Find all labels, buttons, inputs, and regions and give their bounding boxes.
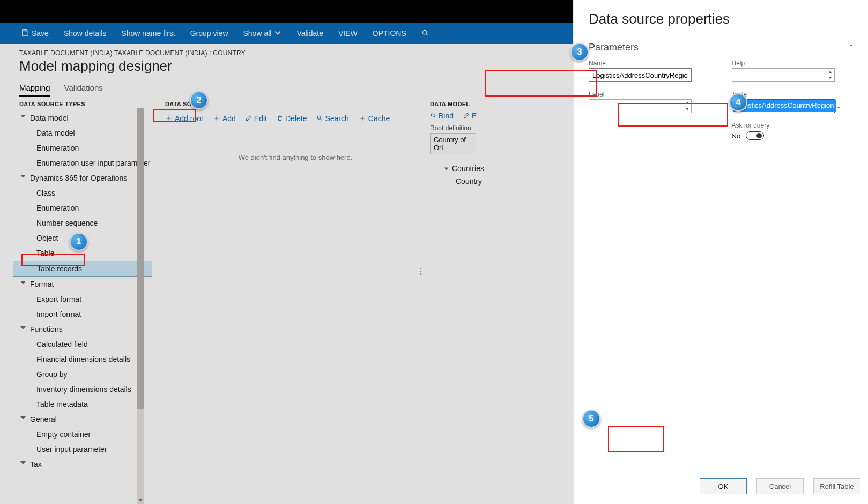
save-label: Save (32, 29, 49, 38)
annotation-callout-5: 5 (582, 410, 600, 428)
options-menu[interactable]: OPTIONS (373, 29, 406, 38)
annotation-callout-3: 3 (570, 43, 589, 61)
search-icon (316, 114, 323, 123)
root-definition-select[interactable]: Country of Ori (430, 133, 476, 154)
spinner-down-icon[interactable]: ▼ (684, 106, 691, 113)
validate-button[interactable]: Validate (296, 29, 323, 38)
table-value: LogisticsAddressCountryRegion (733, 100, 836, 112)
types-item[interactable]: Table metadata (13, 397, 152, 412)
types-item[interactable]: Enumeration (13, 140, 152, 155)
annotation-callout-2: 2 (190, 91, 208, 109)
splitter-handle[interactable]: ⋮ (416, 269, 425, 273)
show-all-button[interactable]: Show all (243, 29, 282, 38)
name-label: Name (589, 60, 710, 67)
sources-empty-message: We didn't find anything to show here. (165, 127, 426, 161)
spinner-down-icon[interactable]: ▼ (827, 75, 834, 81)
label-input[interactable]: ▲▼ (589, 99, 692, 113)
plus-icon: ＋ (165, 114, 173, 123)
add-button[interactable]: ＋ Add (213, 114, 236, 123)
chevron-up-icon[interactable]: ˄ (849, 43, 853, 52)
types-item[interactable]: Data model (13, 125, 152, 140)
spinner-up-icon[interactable]: ▲ (827, 69, 834, 75)
model-edit-button[interactable]: E (463, 112, 477, 120)
types-group[interactable]: Functions (13, 322, 152, 337)
column-data-sources: DATA SOURC ＋ Add root ＋ Add Edit Delete … (152, 98, 426, 504)
types-group[interactable]: Format (13, 277, 152, 292)
types-group[interactable]: Dynamics 365 for Operations (13, 171, 152, 186)
types-item[interactable]: Group by (13, 367, 152, 382)
types-item[interactable]: Number sequence (13, 216, 152, 231)
cancel-button[interactable]: Cancel (756, 478, 804, 494)
spinner-up-icon[interactable]: ▲ (684, 100, 691, 106)
trash-icon (277, 114, 283, 123)
caret-down-icon (20, 115, 26, 120)
link-icon (430, 112, 436, 120)
edit-button[interactable]: Edit (246, 114, 267, 123)
column-data-source-types: DATA SOURCE TYPES Data modelData modelEn… (13, 98, 152, 504)
parameters-section-header[interactable]: Parameters ˄ (589, 35, 853, 56)
parameters-label: Parameters (589, 42, 639, 53)
ask-for-query-wrap: Ask for query No (732, 122, 854, 140)
scroll-thumb[interactable] (137, 108, 144, 409)
show-details-button[interactable]: Show details (64, 29, 106, 38)
caret-down-icon (20, 461, 26, 466)
tab-validations[interactable]: Validations (64, 83, 103, 97)
types-item[interactable]: Financial dimensions details (13, 352, 152, 367)
annotation-callout-1: 1 (70, 233, 88, 251)
pencil-icon (463, 112, 470, 120)
types-item[interactable]: Table records (13, 261, 152, 277)
types-scrollbar[interactable]: ▲ ▼ (137, 108, 144, 504)
types-item[interactable]: Enumeration user input parameter (13, 155, 152, 171)
types-group[interactable]: Data model (13, 110, 152, 125)
search-icon (421, 29, 429, 38)
panel-title: Data source properties (589, 11, 853, 35)
panel-footer: OK Cancel Refill Table (700, 478, 860, 494)
types-item[interactable]: Export format (13, 292, 152, 307)
delete-button[interactable]: Delete (277, 114, 307, 123)
cache-button[interactable]: ＋ Cache (359, 114, 390, 123)
types-title: DATA SOURCE TYPES (13, 98, 152, 110)
table-label: Table (732, 91, 854, 98)
name-field-wrap: Name (589, 60, 710, 82)
types-group[interactable]: General (13, 412, 152, 427)
table-field-wrap: Table LogisticsAddressCountryRegion ⌄ (732, 91, 854, 113)
label-label: Label (589, 91, 710, 98)
types-item[interactable]: Calculated field (13, 337, 152, 352)
ds-search-button[interactable]: Search (316, 114, 348, 123)
view-menu[interactable]: VIEW (338, 29, 358, 38)
scroll-down-icon[interactable]: ▼ (137, 496, 144, 504)
svg-point-2 (318, 116, 321, 119)
types-group[interactable]: Tax (13, 457, 152, 472)
types-item[interactable]: User input parameter (13, 442, 152, 457)
refill-table-button[interactable]: Refill Table (813, 478, 860, 494)
caret-down-icon (20, 281, 26, 286)
pencil-icon (246, 114, 252, 123)
save-button[interactable]: Save (21, 29, 49, 38)
search-button[interactable] (421, 29, 429, 38)
name-input[interactable] (589, 68, 692, 82)
tab-mapping[interactable]: Mapping (19, 83, 50, 97)
ok-button[interactable]: OK (700, 478, 747, 494)
types-tree: Data modelData modelEnumerationEnumerati… (13, 110, 152, 472)
chevron-down-icon (274, 29, 281, 38)
help-field-wrap: Help ▲▼ (732, 60, 854, 82)
plus-icon: ＋ (359, 114, 366, 123)
show-name-first-button[interactable]: Show name first (121, 29, 175, 38)
bind-button[interactable]: Bind (430, 112, 454, 120)
types-item[interactable]: Enumeration (13, 201, 152, 216)
types-item[interactable]: Class (13, 186, 152, 201)
ask-for-query-toggle[interactable] (746, 131, 764, 140)
types-item[interactable]: Inventory dimensions details (13, 382, 152, 397)
ask-label: Ask for query (732, 122, 854, 129)
svg-point-1 (422, 30, 427, 34)
chevron-down-icon[interactable]: ⌄ (836, 103, 841, 110)
ask-value: No (732, 132, 741, 140)
types-item[interactable]: Empty container (13, 427, 152, 442)
help-input[interactable]: ▲▼ (732, 68, 835, 82)
help-label: Help (732, 60, 854, 67)
group-view-button[interactable]: Group view (190, 29, 228, 38)
sources-toolbar: ＋ Add root ＋ Add Edit Delete Search ＋ C (165, 110, 426, 127)
types-item[interactable]: Import format (13, 307, 152, 322)
annotation-callout-4: 4 (729, 93, 747, 112)
add-root-button[interactable]: ＋ Add root (165, 114, 203, 123)
